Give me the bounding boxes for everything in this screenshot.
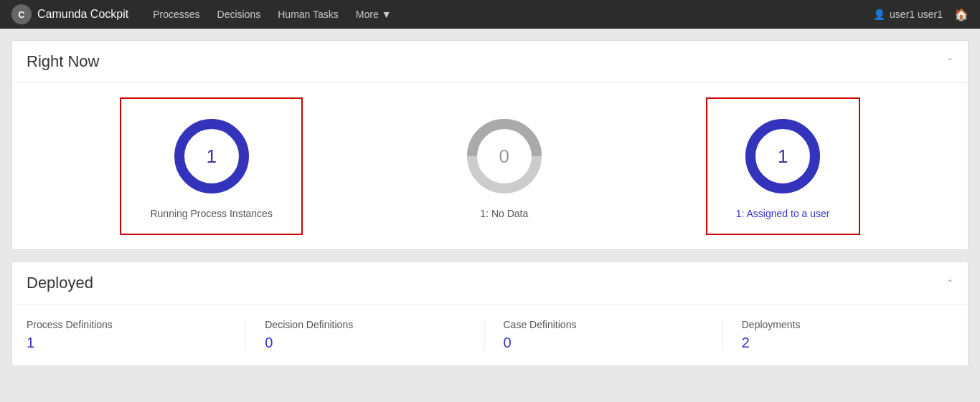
no-data-label: 1: No Data — [480, 208, 528, 219]
main-content: Right Now ⌃ 1 Running Process Instances — [0, 29, 980, 378]
running-process-instances-widget[interactable]: 1 Running Process Instances — [120, 97, 302, 235]
nav-decisions[interactable]: Decisions — [210, 6, 268, 23]
right-now-collapse-icon[interactable]: ⌃ — [946, 57, 953, 67]
assigned-value: 1 — [778, 145, 788, 168]
brand-title: Camunda Cockpit — [37, 8, 128, 21]
right-now-panel: Right Now ⌃ 1 Running Process Instances — [11, 40, 969, 250]
decision-definitions-label: Decision Definitions — [265, 319, 476, 330]
case-definitions-label: Case Definitions — [504, 319, 715, 330]
deployments-label: Deployments — [742, 319, 953, 330]
process-definitions-label: Process Definitions — [27, 319, 238, 330]
running-process-label: Running Process Instances — [150, 208, 272, 219]
brand: C Camunda Cockpit — [11, 4, 128, 24]
case-definitions-value[interactable]: 0 — [504, 335, 715, 351]
brand-icon: C — [11, 4, 32, 24]
user-icon: 👤 — [873, 9, 885, 20]
deployed-collapse-icon[interactable]: ⌃ — [946, 278, 953, 288]
nav-processes[interactable]: Processes — [146, 6, 207, 23]
decision-definitions-value[interactable]: 0 — [265, 335, 476, 351]
deployed-case-definitions: Case Definitions 0 — [492, 319, 715, 351]
deployed-process-definitions: Process Definitions 1 — [27, 319, 238, 351]
deployed-separator-3 — [722, 319, 723, 351]
nav-human-tasks[interactable]: Human Tasks — [270, 6, 346, 23]
assigned-to-user-widget[interactable]: 1 1: Assigned to a user — [706, 97, 860, 235]
deployed-separator-1 — [245, 319, 246, 351]
deployed-decision-definitions: Decision Definitions 0 — [253, 319, 476, 351]
nav-links: Processes Decisions Human Tasks More ▼ — [146, 6, 856, 23]
deployed-panel: Deployed ⌃ Process Definitions 1 Decisio… — [11, 262, 969, 366]
home-icon[interactable]: 🏠 — [954, 8, 969, 21]
running-process-donut: 1 — [169, 113, 255, 199]
assigned-label[interactable]: 1: Assigned to a user — [736, 208, 830, 219]
navbar: C Camunda Cockpit Processes Decisions Hu… — [0, 0, 980, 29]
deployed-deployments: Deployments 2 — [730, 319, 953, 351]
running-process-value: 1 — [206, 145, 216, 168]
navbar-right: 👤 user1 user1 🏠 — [873, 8, 969, 21]
right-now-body: 1 Running Process Instances 0 1: No Data — [12, 83, 968, 249]
user-info: 👤 user1 user1 — [873, 9, 943, 20]
deployed-header: Deployed ⌃ — [12, 262, 968, 305]
deployed-separator-2 — [484, 319, 485, 351]
nav-more-dropdown[interactable]: More ▼ — [349, 6, 399, 23]
right-now-title: Right Now — [27, 52, 99, 71]
no-data-widget: 0 1: No Data — [461, 113, 547, 219]
assigned-donut: 1 — [740, 113, 826, 199]
process-definitions-value[interactable]: 1 — [27, 335, 238, 351]
deployed-body: Process Definitions 1 Decision Definitio… — [12, 305, 968, 365]
no-data-value: 0 — [499, 145, 509, 168]
deployed-title: Deployed — [27, 274, 93, 292]
deployments-value[interactable]: 2 — [742, 335, 953, 351]
no-data-donut: 0 — [461, 113, 547, 199]
right-now-header: Right Now ⌃ — [12, 41, 968, 83]
username: user1 user1 — [890, 9, 943, 20]
